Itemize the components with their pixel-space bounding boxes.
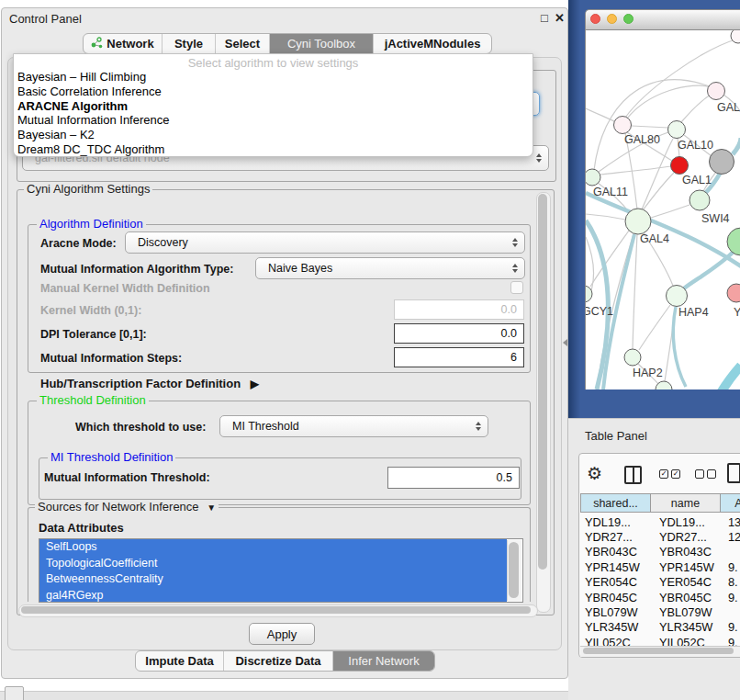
network-node-gal4[interactable]: [625, 209, 651, 234]
network-edge: [684, 250, 735, 288]
column-header-shared-[interactable]: shared...: [580, 493, 651, 513]
network-node-swi4[interactable]: [690, 190, 710, 210]
algorithm-option[interactable]: Mutual Information Inference: [14, 113, 533, 128]
select-all-checkboxes-icon[interactable]: ✓ ✓: [659, 469, 680, 479]
network-node[interactable]: [656, 381, 672, 390]
network-node-hap2[interactable]: [624, 349, 641, 366]
table-cell: YER054C: [651, 575, 721, 589]
network-node-gcy1[interactable]: [586, 286, 592, 302]
expand-right-icon: ▶: [251, 378, 259, 390]
tab-discretize-data[interactable]: Discretize Data: [223, 651, 332, 671]
table-hscrollbar-thumb[interactable]: [583, 648, 734, 654]
column-header-a[interactable]: A: [721, 493, 740, 513]
which-threshold-combo[interactable]: MI Threshold: [219, 415, 488, 437]
network-node-gal80[interactable]: [614, 117, 632, 134]
table-cell: YDL19...: [580, 515, 651, 529]
algorithm-option[interactable]: Bayesian – Hill Climbing: [14, 70, 533, 85]
float-window-icon[interactable]: □: [541, 11, 548, 25]
table-row[interactable]: YIL052CYIL052C9.: [580, 635, 740, 646]
network-edge: [627, 85, 711, 119]
stepper-icon: [536, 153, 542, 163]
table-cell: 9.: [721, 636, 740, 646]
tab-jactivemnodules[interactable]: jActiveMNodules: [373, 34, 491, 53]
table-row[interactable]: YLR345WYLR345W9.: [580, 620, 740, 635]
network-node[interactable]: [710, 150, 734, 175]
node-label-swi4: SWI4: [701, 212, 730, 225]
network-edge: [594, 80, 710, 170]
table-row[interactable]: YDL19...YDL19...13: [580, 514, 740, 529]
zoom-traffic-light[interactable]: [623, 14, 633, 24]
network-node-gal10[interactable]: [668, 121, 686, 139]
hub-definition-expander[interactable]: Hub/Transcription Factor Definition ▶: [40, 377, 259, 390]
table-row[interactable]: YDR27...YDR27...12: [580, 529, 740, 544]
mi-steps-field[interactable]: 6: [394, 347, 524, 367]
tab-style[interactable]: Style: [162, 34, 215, 53]
table-row[interactable]: YBR045CYBR045C9.: [580, 590, 740, 604]
kernel-width-field[interactable]: 0.0: [394, 299, 524, 320]
network-edge: [681, 95, 711, 122]
table-cell: YBL079W: [580, 605, 651, 619]
tab-select[interactable]: Select: [215, 34, 269, 53]
aracne-mode-label: Aracne Mode:: [40, 237, 117, 250]
network-canvas[interactable]: GALGAL80GAL10GAL1GAL11SWI4GAL4GCY1HAP4YH…: [585, 30, 740, 390]
data-attribute-item[interactable]: BetweennessCentrality: [39, 571, 507, 588]
mutual-information-threshold-field[interactable]: 0.5: [387, 467, 520, 489]
dpi-tolerance-label: DPI Tolerance [0,1]:: [40, 328, 147, 341]
node-label-gal11: GAL11: [593, 186, 628, 198]
settings-gear-icon[interactable]: ⚙: [587, 463, 602, 484]
table-cell: YDR27...: [651, 530, 721, 544]
column-header-name[interactable]: name: [651, 493, 721, 513]
deselect-checkboxes-icon[interactable]: [695, 469, 716, 479]
table-cell: 9.: [721, 560, 740, 574]
table-row[interactable]: YBL079WYBL079W: [580, 604, 740, 619]
algorithm-option[interactable]: Bayesian – K2: [14, 128, 533, 142]
manual-kernel-width-checkbox[interactable]: [510, 281, 523, 294]
network-edge: [733, 138, 740, 154]
network-node[interactable]: [731, 30, 740, 43]
collapse-panel-arrow-icon[interactable]: [563, 339, 567, 346]
mi-algorithm-type-combo[interactable]: Naive Bayes: [255, 257, 525, 279]
close-traffic-light[interactable]: [590, 14, 600, 24]
split-columns-icon[interactable]: [624, 466, 642, 484]
attributes-scrollbar-thumb[interactable]: [509, 542, 519, 598]
data-attribute-item[interactable]: TopologicalCoefficient: [39, 556, 507, 572]
table-cell: YBL079W: [651, 605, 721, 619]
table-panel-title: Table Panel: [585, 429, 647, 443]
table-row[interactable]: YER054CYER054C8.: [580, 575, 740, 590]
network-icon: [91, 37, 103, 51]
new-page-icon[interactable]: [727, 463, 740, 483]
network-node-y[interactable]: [727, 284, 740, 302]
network-node-gal11[interactable]: [586, 169, 600, 186]
table-cell: YBR043C: [651, 545, 721, 559]
table-header-row: shared...nameA: [580, 493, 740, 513]
network-node-gal[interactable]: [708, 83, 725, 100]
aracne-mode-combo[interactable]: Discovery: [125, 231, 525, 254]
settings-hscrollbar-thumb[interactable]: [21, 606, 531, 614]
settings-scrollbar-thumb[interactable]: [538, 194, 547, 570]
control-panel-title: Control Panel: [9, 12, 82, 26]
algorithm-option[interactable]: ARACNE Algorithm: [14, 99, 533, 114]
network-node-gal1[interactable]: [671, 157, 689, 175]
sources-title-expander[interactable]: Sources for Network Inference ▼: [35, 501, 219, 514]
tab-infer-network[interactable]: Infer Network: [332, 651, 434, 671]
algorithm-option[interactable]: Dream8 DC_TDC Algorithm: [14, 142, 533, 157]
data-attribute-item[interactable]: gal4RGexp: [39, 588, 507, 604]
mi-algorithm-type-value: Naive Bayes: [268, 262, 332, 275]
tab-network[interactable]: Network: [84, 34, 162, 53]
table-row[interactable]: YPR145WYPR145W9.: [580, 559, 740, 574]
algorithm-option[interactable]: Basic Correlation Inference: [14, 85, 533, 99]
minimize-traffic-light[interactable]: [607, 14, 617, 24]
table-cell: YDR27...: [580, 530, 651, 544]
dpi-tolerance-field[interactable]: 0.0: [394, 323, 524, 344]
tab-cyni-toolbox[interactable]: Cyni Toolbox: [269, 34, 373, 53]
close-panel-icon[interactable]: ✕: [555, 11, 565, 25]
bottom-left-widget[interactable]: [5, 686, 24, 700]
tab-impute-data[interactable]: Impute Data: [136, 651, 223, 671]
network-node-hap4[interactable]: [667, 286, 688, 307]
network-node[interactable]: [727, 228, 740, 255]
apply-button[interactable]: Apply: [249, 623, 315, 645]
algorithm-definition-title: Algorithm Definition: [37, 218, 146, 231]
data-attribute-item[interactable]: SelfLoops: [39, 539, 507, 556]
table-cell: YBR045C: [580, 591, 651, 604]
table-row[interactable]: YBR043CYBR043C: [580, 545, 740, 559]
